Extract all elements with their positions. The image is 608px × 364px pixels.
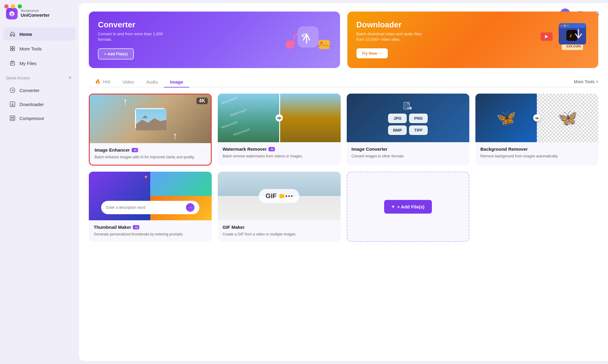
butterfly-handle: ◀▶: [533, 114, 540, 122]
quick-access-add-button[interactable]: +: [67, 75, 73, 81]
svg-point-27: [567, 25, 569, 27]
tab-video[interactable]: Video: [116, 77, 140, 88]
svg-point-15: [286, 40, 294, 49]
svg-point-25: [561, 25, 563, 27]
gif-label: GIF: [266, 192, 277, 200]
image-converter-body: Image Converter Convert images to other …: [347, 142, 470, 164]
tools-grid-row1: ↑: [89, 94, 598, 166]
traffic-light-yellow[interactable]: [11, 4, 15, 9]
bg-remover-preview: 🦋 🦋 ◀▶: [475, 94, 598, 142]
sidebar-item-downloader[interactable]: Downloader: [3, 98, 76, 111]
sidebar: Wondershare UniConverter Home More Tools: [0, 0, 79, 364]
my-files-icon: [9, 60, 16, 67]
watermark-remover-preview: Watermark Watermark Watermark Watermark …: [218, 94, 341, 142]
sidebar-item-more-tools[interactable]: More Tools: [3, 42, 76, 55]
gif-badge: GIF: [259, 189, 299, 203]
ai-badge-watermark: AI: [269, 147, 275, 151]
tabs-row: 🔥 Hot Video Audio Image More Tools >: [89, 77, 598, 88]
gif-maker-desc: Create a GIF from a video or multiple im…: [223, 232, 336, 237]
gif-maker-preview: GIF: [218, 172, 341, 220]
sidebar-item-converter-label: Converter: [19, 88, 40, 93]
sidebar-item-compressor-label: Compressor: [19, 116, 44, 121]
more-tools-link[interactable]: More Tools >: [574, 79, 598, 84]
downloader-banner[interactable]: Downloader Batch download video and audi…: [347, 12, 599, 68]
tool-card-image-converter[interactable]: JPG PNG BMP TIFF Image Converter Convert…: [347, 94, 470, 166]
gif-maker-body: GIF Maker Create a GIF from a video or m…: [218, 220, 341, 242]
thumbnail-input-bar: Enter a description word →: [101, 201, 199, 214]
bg-remover-body: Background Remover Remove background fro…: [475, 142, 598, 164]
svg-point-26: [564, 25, 566, 27]
svg-text:xxx.com: xxx.com: [566, 44, 581, 48]
logo-brand: Wondershare: [21, 9, 50, 12]
tool-card-bg-remover[interactable]: 🦋 🦋 ◀▶ Background Remover Remove backgro…: [475, 94, 598, 166]
tools-grid-row2: ✦ Enter a description word → Thumbnail M…: [89, 172, 598, 242]
main-content: Converter Convert to and from more than …: [79, 3, 608, 361]
format-png: PNG: [409, 114, 428, 123]
downloader-illustration: xxx.com ♪: [531, 17, 592, 63]
sidebar-item-home[interactable]: Home: [3, 27, 76, 41]
svg-rect-2: [10, 49, 12, 51]
tool-card-gif-maker[interactable]: GIF: [218, 172, 341, 242]
quick-access-label: Quick Access: [6, 76, 30, 80]
downloader-banner-subtitle: Batch download video and audio files fro…: [356, 31, 423, 42]
downloader-try-now-button[interactable]: Try Now →: [356, 48, 388, 58]
bg-remover-title: Background Remover: [480, 146, 593, 152]
image-converter-preview: JPG PNG BMP TIFF: [347, 94, 470, 142]
sidebar-item-compressor[interactable]: Compressor: [3, 112, 76, 125]
sidebar-item-my-files[interactable]: My Files: [3, 57, 76, 70]
more-tools-icon: [9, 45, 16, 52]
tool-card-image-enhancer[interactable]: ↑: [89, 94, 212, 166]
ai-badge-enhancer: AI: [132, 148, 138, 152]
sidebar-item-converter[interactable]: Converter: [3, 84, 76, 97]
svg-rect-1: [13, 46, 15, 48]
tab-hot[interactable]: 🔥 Hot: [89, 77, 116, 88]
fire-icon: 🔥: [95, 79, 101, 84]
tool-card-thumbnail-maker[interactable]: ✦ Enter a description word → Thumbnail M…: [89, 172, 212, 242]
add-files-card[interactable]: + + Add File(s): [347, 172, 470, 242]
logo-text: Wondershare UniConverter: [21, 9, 50, 18]
converter-icon: [9, 87, 16, 94]
thumbnail-arrow-btn[interactable]: →: [186, 203, 194, 212]
watermark-remover-title: Watermark Remover AI: [223, 146, 336, 152]
converter-add-files-button[interactable]: + Add File(s): [98, 48, 134, 60]
sidebar-item-home-label: Home: [19, 32, 32, 37]
converter-banner[interactable]: Converter Convert to and from more than …: [89, 12, 340, 68]
image-enhancer-title: Image Enhancer AI: [95, 147, 206, 153]
converter-format-icon: [403, 101, 413, 111]
traffic-light-red[interactable]: [4, 4, 9, 9]
svg-rect-19: [319, 40, 330, 49]
compressor-icon: [9, 115, 16, 122]
dots-group: [286, 195, 293, 197]
svg-rect-0: [10, 46, 12, 48]
converter-banner-subtitle: Convert to and from more than 1,000 form…: [98, 31, 165, 42]
sidebar-item-my-files-label: My Files: [19, 61, 36, 66]
ai-badge-thumbnail: AI: [133, 225, 139, 229]
watermark-remover-desc: Batch remove watermarks from videos or i…: [223, 153, 336, 159]
banners-section: Converter Convert to and from more than …: [89, 12, 598, 68]
thumbnail-maker-desc: Generate personalized thumbnails by ente…: [94, 232, 207, 237]
tab-audio[interactable]: Audio: [140, 77, 164, 88]
format-bmp: BMP: [388, 125, 407, 135]
watermark-remover-body: Watermark Remover AI Batch remove waterm…: [218, 142, 341, 164]
svg-text:♪: ♪: [569, 32, 572, 39]
sidebar-item-more-tools-label: More Tools: [19, 46, 42, 51]
traffic-light-green[interactable]: [18, 4, 22, 9]
svg-rect-3: [13, 49, 15, 51]
gif-maker-title: GIF Maker: [223, 225, 336, 230]
svg-rect-24: [559, 23, 586, 28]
image-converter-desc: Convert images to other formats.: [352, 153, 465, 159]
logo-name: UniConverter: [21, 12, 50, 18]
badge-4k: 4K: [196, 98, 207, 104]
tab-image[interactable]: Image: [164, 77, 189, 88]
thumbnail-maker-title: Thumbnail Maker AI: [94, 225, 207, 230]
converter-illustration: [279, 17, 334, 63]
tool-card-watermark-remover[interactable]: Watermark Watermark Watermark Watermark …: [218, 94, 341, 166]
svg-rect-10: [10, 116, 15, 121]
image-converter-title: Image Converter: [352, 146, 465, 152]
image-enhancer-desc: Batch enhance images with AI for improve…: [95, 154, 206, 160]
add-files-button[interactable]: + + Add File(s): [384, 200, 432, 214]
wm-handle: ◀▶: [276, 114, 283, 122]
image-enhancer-body: Image Enhancer AI Batch enhance images w…: [90, 143, 211, 165]
svg-rect-4: [10, 62, 15, 65]
thumbnail-maker-preview: ✦ Enter a description word →: [89, 172, 212, 220]
